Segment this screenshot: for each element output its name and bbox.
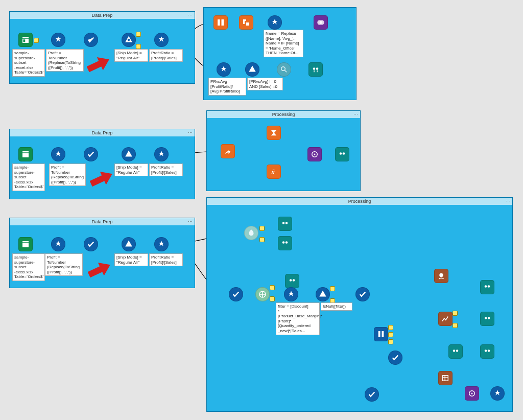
svg-point-7 [313, 67, 316, 70]
browse-tool[interactable] [308, 62, 323, 77]
arrow-icon [88, 263, 111, 280]
report-chart-tool[interactable] [438, 312, 453, 326]
container-title: Processing [207, 111, 360, 118]
select-tool[interactable] [84, 237, 98, 251]
input-annotation: sample- superstore-subset -excel.xlsx Ta… [12, 49, 45, 77]
container-menu-icon[interactable]: ⋯ [349, 9, 354, 14]
formula-annotation: Profit = ToNumber (Replace(ToString ([Pr… [45, 253, 83, 276]
formula-tool-lb[interactable] [217, 62, 231, 77]
container-menu-icon[interactable]: ⋯ [353, 112, 358, 117]
report-map-tool[interactable] [434, 269, 448, 283]
average-tool[interactable]: x̄ [267, 165, 281, 179]
svg-marker-15 [88, 263, 111, 280]
container-title: Data Prep [10, 218, 195, 225]
browse-tool[interactable] [480, 312, 494, 326]
formula-tool-2[interactable] [154, 147, 169, 161]
svg-point-31 [456, 349, 459, 352]
formula-tool-end[interactable] [490, 386, 505, 401]
browse-tool[interactable] [480, 280, 494, 294]
arrow-icon [90, 172, 113, 189]
filter-tool[interactable] [122, 33, 136, 47]
transpose-tool[interactable] [239, 15, 253, 30]
browse-tool[interactable] [285, 274, 299, 288]
input-annotation: sample- superstore-subset -excel.xlsx Ta… [12, 164, 45, 191]
formula-tool-2[interactable] [154, 33, 169, 47]
svg-point-6 [281, 67, 286, 71]
annotation-prvsavg: PRvsAvg = [ProfitRatio]/ [Avg ProfitRati… [208, 78, 246, 96]
browse-tool[interactable] [448, 344, 463, 359]
filter-tool[interactable] [316, 287, 330, 301]
select-tool[interactable] [229, 287, 243, 301]
input-tool[interactable] [18, 33, 33, 47]
formula-annotation-2: ProfitRatio = [Profit]/[Sales] [149, 253, 183, 266]
formula-tool[interactable] [51, 33, 65, 47]
svg-point-33 [488, 349, 490, 352]
report-table-tool[interactable] [438, 371, 453, 385]
filter-tool[interactable] [122, 147, 136, 161]
tile-tool[interactable] [374, 327, 388, 341]
container-menu-icon[interactable]: ⋯ [188, 219, 193, 224]
formula-annotation: Profit = ToNumber (Replace(ToString ([Pr… [46, 49, 84, 72]
filter-tool[interactable] [122, 237, 136, 251]
arrow-icon [87, 57, 110, 75]
filter-annotation: [Ship Mode] = "Regular Air" [114, 49, 148, 62]
macro-output-tool[interactable] [307, 147, 322, 161]
browse-tool[interactable] [480, 344, 494, 359]
svg-point-21 [290, 279, 292, 282]
svg-rect-23 [378, 331, 381, 337]
container-menu-icon[interactable]: ⋯ [188, 130, 193, 135]
formula-tool[interactable] [284, 287, 298, 301]
svg-point-17 [286, 222, 288, 224]
formula-tool[interactable] [51, 237, 65, 251]
svg-rect-3 [222, 19, 224, 26]
annotation-filter: filter = [Discount] * [Product_Base_Marg… [276, 302, 320, 335]
formula-annotation-2: ProfitRatio = [Profit]/[Sales] [149, 49, 183, 62]
join-tool[interactable] [314, 15, 328, 30]
svg-point-14 [343, 152, 345, 155]
svg-point-30 [453, 349, 456, 352]
formula-tool-2[interactable] [154, 237, 169, 251]
browse-tool[interactable] [335, 147, 349, 161]
svg-marker-9 [90, 172, 113, 189]
filter-tool-lb[interactable] [245, 62, 259, 77]
svg-point-0 [128, 39, 130, 41]
summarize-tool[interactable] [267, 126, 281, 140]
find-replace-tool[interactable] [277, 62, 291, 77]
browse-tool[interactable] [278, 217, 292, 231]
data-cleansing-tool[interactable] [244, 226, 258, 240]
svg-point-22 [293, 279, 295, 282]
filter-annotation: [Ship Mode] = "Regular Air" [114, 253, 148, 266]
select-tool[interactable] [355, 287, 370, 301]
run-tool[interactable] [221, 144, 235, 158]
formula-annotation-top: Name = Replace ([Name], 'Avg_'... Name =… [264, 30, 303, 57]
select-tool[interactable] [84, 33, 98, 47]
svg-rect-24 [382, 331, 384, 337]
sample-tool[interactable] [255, 287, 270, 301]
browse-tool[interactable] [278, 236, 292, 250]
formula-tool-top[interactable] [268, 15, 282, 30]
svg-point-27 [488, 285, 490, 288]
svg-point-26 [485, 285, 487, 288]
container-title: Data Prep [10, 12, 195, 19]
input-annotation: sample- superstore-subset -excel.xlsx Ta… [12, 253, 45, 281]
formula-annotation-2: ProfitRatio = [Profit]/[Sales] [149, 164, 183, 176]
select-tool[interactable] [388, 351, 402, 365]
container-menu-icon[interactable]: ⋯ [506, 199, 510, 204]
svg-text:x̄: x̄ [271, 169, 275, 176]
formula-tool[interactable] [51, 147, 65, 161]
svg-point-18 [282, 241, 285, 244]
svg-point-25 [439, 273, 443, 277]
svg-rect-2 [218, 19, 220, 26]
render-tool[interactable] [465, 386, 479, 401]
input-tool[interactable] [18, 147, 33, 161]
select-tool[interactable] [365, 387, 379, 402]
select-tool[interactable] [84, 147, 98, 161]
container-title: Processing [207, 198, 512, 205]
svg-point-36 [471, 393, 473, 394]
input-tool[interactable] [18, 237, 33, 251]
svg-point-8 [316, 67, 319, 70]
svg-point-16 [282, 222, 285, 224]
container-menu-icon[interactable]: ⋯ [188, 13, 193, 18]
svg-marker-1 [87, 57, 110, 75]
text-to-columns-tool[interactable] [213, 15, 228, 30]
